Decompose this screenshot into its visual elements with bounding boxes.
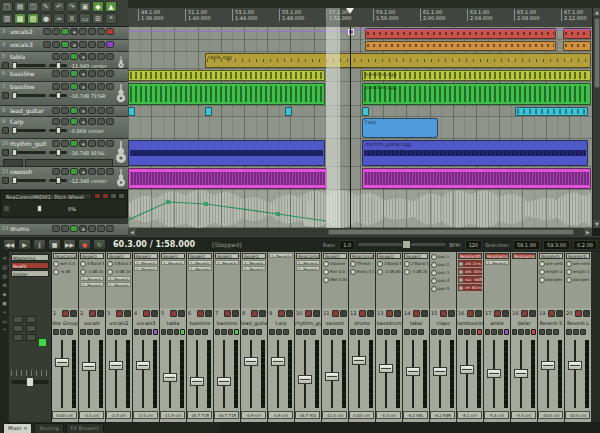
track-fx-button[interactable]	[70, 107, 78, 114]
media-item[interactable]	[365, 41, 556, 51]
strip-phase-button[interactable]	[215, 329, 220, 335]
strip-name[interactable]: Reverb S	[538, 319, 564, 327]
fx-param-knob[interactable]: 4-Band EQ	[107, 260, 131, 267]
track-fx-button[interactable]	[70, 168, 78, 175]
fx-slot[interactable]: ReaSynth!	[458, 253, 482, 259]
track-volume-slider[interactable]	[12, 151, 46, 154]
send-slot[interactable]: 1: Reverb L	[107, 282, 131, 287]
strip-pan-knob[interactable]	[553, 329, 559, 335]
strip-phase-button[interactable]	[53, 329, 59, 335]
volume-fader-thumb[interactable]	[244, 357, 258, 366]
play-button[interactable]: ▶	[18, 239, 31, 250]
strip-mute-button[interactable]	[143, 310, 150, 317]
docker-tab-fx-browser[interactable]: FX Browser	[66, 423, 104, 433]
volume-fader-thumb[interactable]	[82, 362, 96, 371]
mixer-strip-rhythm_gui[interactable]: ReaComp1: Reverb S1: Reverb L10rhythm_gu…	[295, 252, 321, 422]
mixer-strip-f.arp[interactable]: 1: Reverb L9f.arp-0.9 cnt	[268, 252, 294, 422]
strip-mute-button[interactable]	[386, 310, 393, 317]
mixer-strip-bassline[interactable]: ReaEQ1: Reverb S1: Reverb L6bassline-16.…	[187, 252, 213, 422]
strip-phase-button[interactable]	[269, 329, 275, 335]
strip-pan-knob[interactable]	[471, 329, 476, 335]
strip-pan-knob[interactable]	[525, 329, 530, 335]
media-item[interactable]	[362, 168, 591, 189]
track-panel-rhythm_guit[interactable]: 10rhythm_guit-16.748 91%L	[0, 139, 128, 167]
media-item[interactable]: bassline.ogg	[362, 70, 591, 81]
strip-pan-knob[interactable]	[445, 329, 451, 335]
mixer-toolbar-icon[interactable]: ≡	[2, 255, 6, 261]
track-volume-slider[interactable]	[12, 64, 46, 67]
track-name[interactable]: tabla	[10, 53, 25, 60]
strip-phase-button[interactable]	[296, 329, 302, 335]
strip-solo-button[interactable]	[502, 310, 509, 317]
envelope-hide-button[interactable]	[110, 193, 117, 199]
track-recarm-button[interactable]	[79, 118, 87, 125]
strip-phase-button[interactable]	[512, 329, 517, 335]
strip-name[interactable]: ankle	[484, 319, 510, 327]
fx-param-knob[interactable]: Wet 0.80	[323, 276, 347, 283]
track-panel-bassline[interactable]: 7bassline-16.748 71%R	[0, 82, 128, 106]
media-item[interactable]	[128, 83, 325, 105]
tab-close-icon[interactable]: ×	[22, 425, 28, 431]
strip-mute-button[interactable]	[224, 310, 231, 317]
strip-name[interactable]: bassline	[187, 319, 213, 327]
record-button[interactable]: ●	[78, 239, 91, 250]
strip-mute-button[interactable]	[548, 310, 555, 317]
track-fx-button[interactable]	[70, 140, 78, 147]
strip-pan-knob[interactable]	[310, 329, 316, 335]
fx-param-knob[interactable]: Pan 0.0	[323, 268, 347, 275]
strip-io-button[interactable]	[411, 329, 417, 335]
track-name[interactable]: rhythm_guit	[10, 140, 46, 147]
fx-slot[interactable]: ReaComp	[53, 253, 77, 259]
track-monitor-button[interactable]	[88, 118, 96, 125]
strip-io-button[interactable]	[249, 329, 255, 335]
track-panel-vocals3[interactable]: 4vocals3	[0, 40, 128, 52]
metronome-icon[interactable]: ▲	[105, 1, 117, 12]
project-settings-icon[interactable]: ✎	[40, 1, 52, 12]
mixer-toolbar-icon[interactable]: ▤	[2, 264, 7, 270]
mixer-strip-Reverb L[interactable]: ReaVerbpre-verb 463mslength 1.50sdampen …	[565, 252, 591, 422]
strip-solo-button[interactable]	[232, 310, 239, 317]
fx-param-knob[interactable]: dampen -3dB	[539, 276, 563, 283]
track-mute-button[interactable]	[97, 140, 105, 147]
track-io-button[interactable]	[61, 107, 69, 114]
track-name[interactable]: drums	[10, 225, 29, 232]
volume-fader-thumb[interactable]	[109, 361, 123, 370]
mixer-strip-tambourin[interactable]: ReaSynth!atk 2msdec 40mssus -6dBrel 80ms…	[457, 252, 483, 422]
track-recarm-button[interactable]	[79, 225, 87, 232]
strip-phase-button[interactable]	[566, 329, 572, 335]
track-io-button[interactable]	[61, 70, 69, 77]
strip-phase-button[interactable]	[485, 329, 490, 335]
strip-pan-knob[interactable]	[174, 329, 179, 335]
strip-mute-button[interactable]	[359, 310, 366, 317]
strip-name[interactable]: Reverb L	[565, 319, 591, 327]
track-panel-vocals2[interactable]: 3vocals2	[0, 27, 128, 40]
track-recarm-button[interactable]	[79, 53, 87, 60]
send-slot[interactable]: 1: Reverb S	[296, 260, 320, 265]
fx-param-knob[interactable]: -2 dB 80	[377, 268, 401, 275]
track-name[interactable]: swoosh	[10, 168, 32, 175]
strip-phase-button[interactable]	[323, 329, 329, 335]
master-fader-thumb[interactable]	[26, 377, 34, 387]
strip-name[interactable]: tabla	[160, 319, 186, 327]
mixer-toolbar-icon[interactable]: ●	[2, 300, 6, 306]
horizontal-scrollbar[interactable]: ◀ ▶	[128, 228, 592, 236]
strip-solo-button[interactable]	[475, 310, 482, 317]
strip-io-button[interactable]	[384, 329, 390, 335]
strip-io-button[interactable]	[518, 329, 523, 335]
strip-io-button[interactable]	[491, 329, 496, 335]
track-solo-button[interactable]	[97, 28, 105, 35]
strip-pan-knob[interactable]	[337, 329, 343, 335]
track-env-button[interactable]	[52, 168, 60, 175]
strip-pan-knob[interactable]	[228, 329, 233, 335]
strip-pan-knob[interactable]	[94, 329, 100, 335]
send-slot[interactable]: 1: Reverb L	[134, 266, 158, 271]
fx-param-knob[interactable]: length 1.02s	[539, 268, 563, 275]
fx-slot[interactable]: ReaEQ	[404, 253, 428, 259]
fx-slot[interactable]: ReaVerb	[539, 253, 563, 259]
strip-name[interactable]: f.arp	[268, 319, 294, 327]
selection-start[interactable]: 59.1.00	[513, 240, 540, 250]
mixer-toolbar-icon[interactable]: ⊞	[2, 282, 6, 288]
volume-fader-thumb[interactable]	[325, 372, 339, 381]
track-pan-slider[interactable]	[49, 151, 67, 154]
mixer-strip-bassdrum[interactable]: ReaEQ3-Band EQ-2 dB 8013bassdrum-4.3 cnt	[376, 252, 402, 422]
